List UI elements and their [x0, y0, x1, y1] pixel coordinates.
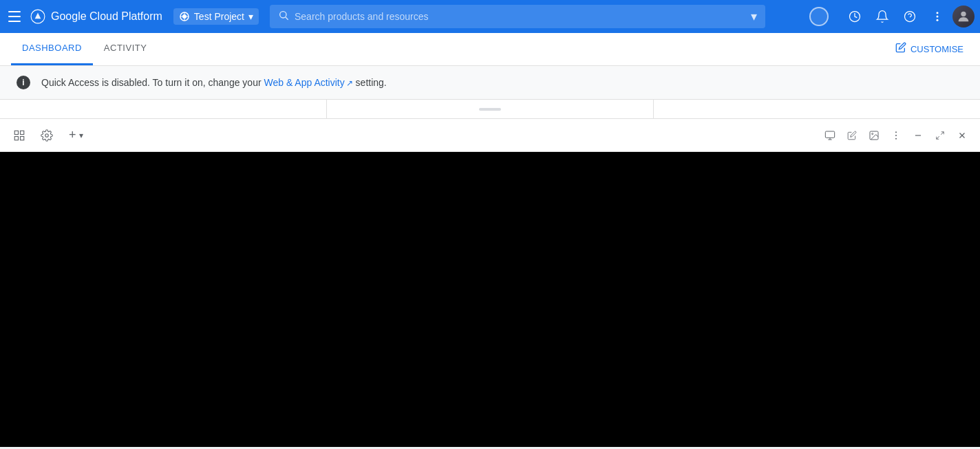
- avatar[interactable]: [952, 6, 974, 28]
- monitor-icon: [824, 130, 835, 141]
- expand-icon: [935, 131, 945, 140]
- search-expand-icon[interactable]: ▾: [751, 9, 757, 24]
- info-banner: i Quick Access is disabled. To turn it o…: [0, 66, 980, 100]
- project-name: Test Project: [194, 11, 244, 22]
- edit-icon: [895, 42, 906, 53]
- svg-point-24: [895, 131, 897, 133]
- tabs: DASHBOARD ACTIVITY: [11, 33, 158, 65]
- svg-line-28: [941, 131, 944, 134]
- customise-button[interactable]: CUSTOMISE: [890, 32, 969, 65]
- search-icon: [278, 10, 289, 23]
- widget-col-2: [327, 100, 654, 118]
- search-input[interactable]: [295, 11, 745, 22]
- widget-col-1: [0, 100, 327, 118]
- avatar-image: [952, 6, 974, 28]
- project-icon: [179, 11, 190, 22]
- svg-point-25: [895, 135, 897, 136]
- widget-col-3: [654, 100, 980, 118]
- web-app-activity-link[interactable]: Web & App Activity↗: [264, 77, 352, 88]
- svg-rect-17: [21, 136, 24, 140]
- svg-point-23: [872, 133, 873, 134]
- restore-icon-button[interactable]: [8, 124, 30, 146]
- search-bar: ▾: [270, 5, 831, 28]
- add-widget-button[interactable]: + ▾: [63, 125, 89, 145]
- gcp-logo-icon: [30, 9, 45, 24]
- svg-line-6: [286, 17, 288, 20]
- more-options-button[interactable]: [925, 4, 950, 29]
- svg-rect-15: [21, 131, 24, 134]
- svg-rect-19: [825, 131, 834, 138]
- gcp-title: Google Cloud Platform: [51, 10, 162, 23]
- expand-button[interactable]: [930, 126, 950, 145]
- restore-icon: [13, 129, 25, 142]
- tab-dashboard[interactable]: DASHBOARD: [11, 32, 93, 65]
- topbar: Google Cloud Platform Test Project ▾ ▾: [0, 0, 980, 33]
- menu-button[interactable]: [6, 8, 22, 25]
- info-text: Quick Access is disabled. To turn it on,…: [41, 77, 387, 88]
- avatar-icon: [956, 9, 971, 24]
- more-widget-options-icon: [891, 130, 902, 141]
- main-content: [0, 152, 980, 447]
- widget-toolbar-right: [820, 126, 972, 145]
- more-widget-options-button[interactable]: [886, 126, 906, 145]
- help-button[interactable]: [897, 4, 922, 29]
- tabbar: DASHBOARD ACTIVITY CUSTOMISE: [0, 33, 980, 66]
- widget-toolbar-left: + ▾: [8, 124, 89, 146]
- svg-point-11: [937, 16, 939, 18]
- svg-point-10: [937, 12, 939, 14]
- svg-point-8: [905, 12, 915, 22]
- external-link-icon: ↗: [346, 78, 353, 88]
- svg-point-18: [45, 133, 49, 137]
- more-options-icon: [931, 10, 944, 23]
- topbar-right: [842, 4, 974, 29]
- project-dropdown-icon: ▾: [248, 11, 253, 22]
- help-icon: [903, 10, 917, 23]
- svg-line-29: [937, 136, 939, 139]
- edit-widget-button[interactable]: [842, 126, 862, 145]
- svg-rect-16: [14, 136, 18, 140]
- minimize-button[interactable]: [908, 126, 928, 145]
- monitor-button[interactable]: [820, 126, 840, 145]
- topbar-left: Google Cloud Platform Test Project ▾: [6, 8, 259, 25]
- customise-icon: [895, 42, 906, 56]
- settings-button[interactable]: [36, 124, 58, 146]
- minimize-icon: [913, 131, 923, 140]
- info-icon: i: [17, 76, 30, 89]
- svg-point-12: [937, 19, 939, 21]
- search-input-wrapper: ▾: [270, 5, 765, 28]
- image-icon: [869, 130, 880, 141]
- edit-widget-icon: [847, 131, 857, 140]
- tab-activity[interactable]: ACTIVITY: [93, 32, 158, 65]
- notifications-icon: [875, 10, 889, 23]
- notifications-button[interactable]: [870, 4, 895, 29]
- project-selector[interactable]: Test Project ▾: [173, 8, 259, 25]
- gcp-logo: Google Cloud Platform: [30, 9, 162, 24]
- support-history-button[interactable]: [842, 4, 867, 29]
- svg-point-5: [280, 12, 286, 18]
- widget-area: [0, 100, 980, 119]
- resize-handle[interactable]: [327, 100, 653, 118]
- image-button[interactable]: [864, 126, 884, 145]
- settings-icon: [41, 129, 53, 142]
- close-button[interactable]: [952, 126, 972, 145]
- support-history-icon: [848, 10, 862, 23]
- widget-toolbar: + ▾: [0, 119, 980, 152]
- svg-rect-14: [14, 131, 18, 134]
- svg-point-26: [895, 138, 897, 139]
- add-icon: +: [69, 128, 76, 142]
- close-icon: [957, 131, 967, 140]
- add-dropdown-icon: ▾: [79, 131, 83, 140]
- resize-bar: [479, 108, 501, 111]
- svg-point-13: [961, 12, 966, 17]
